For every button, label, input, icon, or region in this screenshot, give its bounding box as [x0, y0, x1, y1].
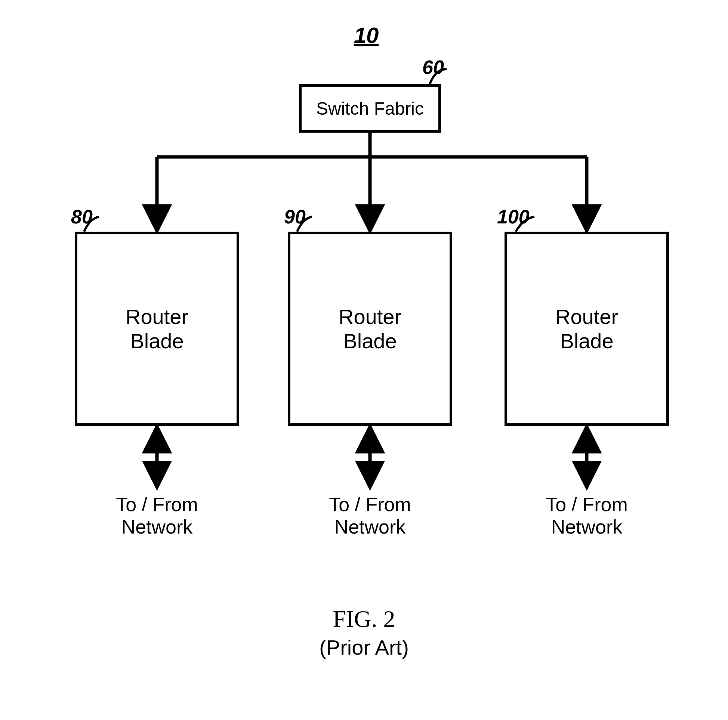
router-blade-box-3: Router Blade [505, 232, 669, 426]
figure-id-label: 10 [344, 23, 388, 48]
router-blade-label-2: Router Blade [339, 304, 401, 353]
router-blade-label-3: Router Blade [555, 304, 618, 353]
switch-fabric-label: Switch Fabric [316, 98, 424, 119]
router-blade-label-1: Router Blade [125, 304, 188, 353]
router-blade-box-2: Router Blade [288, 232, 452, 426]
diagram-canvas: 10 Switch Fabric 60 Router Blade 80 To /… [0, 0, 728, 720]
io-label-3: To / From Network [527, 493, 647, 538]
io-label-2: To / From Network [310, 493, 430, 538]
figure-caption: FIG. 2 [252, 605, 476, 633]
router-blade-ref-2: 90 [284, 205, 306, 228]
router-blade-box-1: Router Blade [75, 232, 239, 426]
router-blade-ref-1: 80 [71, 205, 93, 228]
io-label-1: To / From Network [97, 493, 217, 538]
figure-subcaption: (Prior Art) [252, 635, 476, 659]
switch-fabric-box: Switch Fabric [299, 84, 441, 133]
switch-fabric-ref: 60 [422, 56, 444, 78]
router-blade-ref-3: 100 [497, 205, 529, 228]
